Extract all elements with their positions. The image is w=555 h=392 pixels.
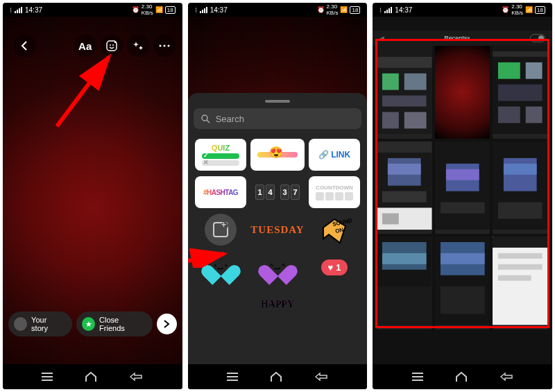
android-nav-bar: [373, 364, 552, 389]
svg-line-7: [207, 120, 210, 123]
close-friends-label: Close Friends: [99, 316, 144, 332]
nav-home-icon[interactable]: [455, 371, 468, 382]
sticker-sound-on[interactable]: SOUNDON: [309, 214, 361, 246]
sticker-link[interactable]: 🔗 LINK: [309, 139, 361, 171]
status-bar: ⁝ 14:37 ⏰ 2.30KB/s 📶 18: [3, 3, 182, 17]
nav-recents-icon[interactable]: [412, 373, 423, 381]
phone-screen-1: ⁝ 14:37 ⏰ 2.30KB/s 📶 18 Aa: [3, 3, 182, 389]
wifi-icon: 📶: [155, 6, 163, 13]
svg-point-1: [110, 44, 111, 46]
phone-screen-2: ⁝ 14:37 ⏰ 2.30KB/s 📶 18 Search QUIZ: [188, 3, 368, 389]
status-bar: ⁝ 14:37 ⏰ 2.30KB/s 📶 18: [188, 3, 368, 17]
nav-home-icon[interactable]: [85, 371, 97, 382]
search-icon: [200, 114, 210, 123]
your-story-button[interactable]: Your story: [8, 312, 72, 336]
nav-back-icon[interactable]: [129, 372, 143, 382]
sticker-countdown[interactable]: COUNTDOWN: [309, 176, 361, 208]
nav-home-icon[interactable]: [270, 371, 282, 382]
search-placeholder: Search: [216, 114, 244, 124]
nav-recents-icon[interactable]: [227, 373, 238, 381]
status-time: 14:37: [25, 6, 42, 14]
svg-point-6: [202, 115, 207, 121]
sticker-search[interactable]: Search: [194, 108, 362, 129]
sticker-emoji-slider[interactable]: [250, 139, 304, 171]
sticker-hashtag[interactable]: #HASHTAG: [195, 176, 247, 208]
android-nav-bar: [188, 364, 368, 389]
add-photo-icon: [213, 222, 228, 237]
sticker-quiz[interactable]: QUIZ: [195, 139, 247, 171]
annotation-arrow: [188, 240, 231, 268]
close-friends-button[interactable]: ★ Close Friends: [76, 312, 153, 336]
heart-icon: ♥: [328, 262, 334, 273]
svg-point-3: [159, 45, 161, 47]
svg-point-2: [112, 44, 114, 46]
nav-recents-icon[interactable]: [42, 373, 53, 381]
your-story-label: Your story: [31, 316, 64, 332]
sticker-like[interactable]: ♥1: [309, 251, 361, 283]
sticker-time[interactable]: 1 4 3 7: [250, 176, 304, 208]
sticker-panel: Search QUIZ 🔗 LINK #HASHTAG 1 4 3 7: [188, 93, 368, 364]
back-button[interactable]: [14, 35, 36, 57]
drag-handle[interactable]: [265, 100, 290, 103]
sticker-heart-purple[interactable]: ^ ‿ ^: [250, 251, 304, 283]
avatar-icon: [14, 317, 27, 331]
sticker-day[interactable]: TUESDAY: [250, 214, 304, 246]
status-time: 14:37: [395, 6, 412, 14]
alarm-icon: ⏰: [317, 6, 325, 13]
android-nav-bar: [3, 364, 182, 389]
nav-back-icon[interactable]: [314, 372, 328, 382]
nav-back-icon[interactable]: [500, 372, 513, 382]
annotation-highlight-box: [375, 39, 549, 328]
svg-point-5: [167, 45, 169, 47]
wifi-icon: 📶: [525, 6, 533, 13]
send-to-button[interactable]: [157, 314, 177, 334]
svg-point-4: [163, 45, 165, 47]
battery-indicator: 18: [535, 6, 545, 14]
alarm-icon: ⏰: [502, 6, 509, 13]
alarm-icon: ⏰: [132, 6, 139, 13]
wifi-icon: 📶: [340, 6, 348, 13]
status-time: 14:37: [210, 6, 228, 14]
battery-indicator: 18: [350, 6, 360, 14]
annotation-arrow: [50, 50, 119, 133]
star-icon: ★: [82, 317, 95, 331]
battery-indicator: 18: [165, 6, 176, 14]
link-icon: 🔗: [318, 150, 329, 160]
sticker-happy-birthday[interactable]: HAPPY: [250, 289, 304, 321]
effects-tool-button[interactable]: [127, 35, 149, 57]
more-tool-button[interactable]: [153, 35, 176, 57]
phone-screen-3: ⁝ 14:37 ⏰ 2.30KB/s 📶 18 ◀ Recents ▾: [373, 3, 552, 389]
status-bar: ⁝ 14:37 ⏰ 2.30KB/s 📶 18: [373, 3, 552, 17]
